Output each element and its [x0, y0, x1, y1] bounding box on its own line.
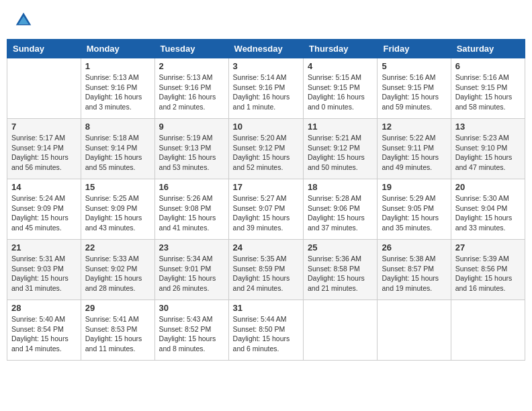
day-number: 22 [85, 242, 150, 253]
page-header [7, 7, 525, 34]
day-number: 25 [308, 242, 373, 253]
calendar-cell: 15Sunrise: 5:25 AM Sunset: 9:09 PM Dayli… [81, 179, 154, 240]
calendar-week-row: 14Sunrise: 5:24 AM Sunset: 9:09 PM Dayli… [7, 179, 525, 240]
calendar-cell: 10Sunrise: 5:20 AM Sunset: 9:12 PM Dayli… [228, 119, 303, 179]
column-header-sunday: Sunday [7, 40, 81, 58]
calendar-cell: 26Sunrise: 5:38 AM Sunset: 8:57 PM Dayli… [378, 240, 451, 300]
calendar-cell: 30Sunrise: 5:43 AM Sunset: 8:52 PM Dayli… [154, 300, 228, 361]
day-number: 13 [455, 122, 521, 132]
calendar-cell [304, 300, 378, 361]
day-info: Sunrise: 5:43 AM Sunset: 8:52 PM Dayligh… [159, 314, 224, 354]
day-info: Sunrise: 5:25 AM Sunset: 9:09 PM Dayligh… [85, 193, 150, 233]
calendar-cell: 17Sunrise: 5:27 AM Sunset: 9:07 PM Dayli… [228, 179, 303, 240]
day-number: 1 [85, 61, 150, 71]
day-number: 31 [233, 303, 299, 313]
day-number: 14 [11, 182, 77, 192]
day-info: Sunrise: 5:35 AM Sunset: 8:59 PM Dayligh… [233, 254, 299, 293]
day-info: Sunrise: 5:39 AM Sunset: 8:56 PM Dayligh… [455, 254, 521, 293]
calendar-cell: 8Sunrise: 5:18 AM Sunset: 9:14 PM Daylig… [81, 119, 154, 179]
day-info: Sunrise: 5:23 AM Sunset: 9:10 PM Dayligh… [455, 133, 521, 173]
calendar-cell: 6Sunrise: 5:16 AM Sunset: 9:15 PM Daylig… [451, 58, 525, 119]
day-info: Sunrise: 5:14 AM Sunset: 9:16 PM Dayligh… [233, 73, 299, 112]
calendar-cell: 19Sunrise: 5:29 AM Sunset: 9:05 PM Dayli… [378, 179, 451, 240]
day-number: 4 [308, 61, 373, 71]
day-info: Sunrise: 5:44 AM Sunset: 8:50 PM Dayligh… [233, 314, 299, 354]
day-info: Sunrise: 5:13 AM Sunset: 9:16 PM Dayligh… [85, 73, 150, 112]
day-number: 5 [382, 61, 446, 71]
day-info: Sunrise: 5:29 AM Sunset: 9:05 PM Dayligh… [382, 193, 446, 233]
day-number: 17 [233, 182, 299, 192]
day-info: Sunrise: 5:21 AM Sunset: 9:12 PM Dayligh… [308, 133, 373, 173]
column-header-friday: Friday [378, 40, 451, 58]
day-info: Sunrise: 5:17 AM Sunset: 9:14 PM Dayligh… [11, 133, 77, 173]
day-info: Sunrise: 5:27 AM Sunset: 9:07 PM Dayligh… [233, 193, 299, 233]
calendar-week-row: 7Sunrise: 5:17 AM Sunset: 9:14 PM Daylig… [7, 119, 525, 179]
calendar-cell: 20Sunrise: 5:30 AM Sunset: 9:04 PM Dayli… [451, 179, 525, 240]
column-header-wednesday: Wednesday [228, 40, 303, 58]
calendar-week-row: 28Sunrise: 5:40 AM Sunset: 8:54 PM Dayli… [7, 300, 525, 361]
day-info: Sunrise: 5:19 AM Sunset: 9:13 PM Dayligh… [159, 133, 224, 173]
day-number: 15 [85, 182, 150, 192]
day-info: Sunrise: 5:33 AM Sunset: 9:02 PM Dayligh… [85, 254, 150, 293]
day-number: 18 [308, 182, 373, 192]
day-number: 11 [308, 122, 373, 132]
logo-icon [13, 10, 34, 30]
day-info: Sunrise: 5:40 AM Sunset: 8:54 PM Dayligh… [11, 314, 77, 354]
day-info: Sunrise: 5:24 AM Sunset: 9:09 PM Dayligh… [11, 193, 77, 233]
calendar-cell: 22Sunrise: 5:33 AM Sunset: 9:02 PM Dayli… [81, 240, 154, 300]
day-number: 8 [85, 122, 150, 132]
day-info: Sunrise: 5:28 AM Sunset: 9:06 PM Dayligh… [308, 193, 373, 233]
calendar-cell: 31Sunrise: 5:44 AM Sunset: 8:50 PM Dayli… [228, 300, 303, 361]
day-info: Sunrise: 5:26 AM Sunset: 9:08 PM Dayligh… [159, 193, 224, 233]
calendar-cell: 21Sunrise: 5:31 AM Sunset: 9:03 PM Dayli… [7, 240, 81, 300]
day-info: Sunrise: 5:16 AM Sunset: 9:15 PM Dayligh… [382, 73, 446, 112]
calendar-cell: 29Sunrise: 5:41 AM Sunset: 8:53 PM Dayli… [81, 300, 154, 361]
day-number: 7 [11, 122, 77, 132]
calendar-cell: 2Sunrise: 5:13 AM Sunset: 9:16 PM Daylig… [154, 58, 228, 119]
day-info: Sunrise: 5:15 AM Sunset: 9:15 PM Dayligh… [308, 73, 373, 112]
calendar-cell: 28Sunrise: 5:40 AM Sunset: 8:54 PM Dayli… [7, 300, 81, 361]
calendar-cell: 24Sunrise: 5:35 AM Sunset: 8:59 PM Dayli… [228, 240, 303, 300]
day-info: Sunrise: 5:20 AM Sunset: 9:12 PM Dayligh… [233, 133, 299, 173]
day-number: 6 [455, 61, 521, 71]
calendar-cell: 14Sunrise: 5:24 AM Sunset: 9:09 PM Dayli… [7, 179, 81, 240]
day-number: 24 [233, 242, 299, 253]
day-number: 20 [455, 182, 521, 192]
day-number: 16 [159, 182, 224, 192]
day-number: 19 [382, 182, 446, 192]
calendar-cell: 11Sunrise: 5:21 AM Sunset: 9:12 PM Dayli… [304, 119, 378, 179]
calendar-header-row: SundayMondayTuesdayWednesdayThursdayFrid… [7, 40, 525, 58]
calendar-cell: 7Sunrise: 5:17 AM Sunset: 9:14 PM Daylig… [7, 119, 81, 179]
calendar-cell [7, 58, 81, 119]
calendar-cell: 27Sunrise: 5:39 AM Sunset: 8:56 PM Dayli… [451, 240, 525, 300]
day-info: Sunrise: 5:36 AM Sunset: 8:58 PM Dayligh… [308, 254, 373, 293]
calendar-cell: 18Sunrise: 5:28 AM Sunset: 9:06 PM Dayli… [304, 179, 378, 240]
calendar-cell: 12Sunrise: 5:22 AM Sunset: 9:11 PM Dayli… [378, 119, 451, 179]
calendar-cell: 16Sunrise: 5:26 AM Sunset: 9:08 PM Dayli… [154, 179, 228, 240]
calendar-cell: 4Sunrise: 5:15 AM Sunset: 9:15 PM Daylig… [304, 58, 378, 119]
calendar-cell: 25Sunrise: 5:36 AM Sunset: 8:58 PM Dayli… [304, 240, 378, 300]
day-number: 9 [159, 122, 224, 132]
day-info: Sunrise: 5:41 AM Sunset: 8:53 PM Dayligh… [85, 314, 150, 354]
day-info: Sunrise: 5:18 AM Sunset: 9:14 PM Dayligh… [85, 133, 150, 173]
day-number: 12 [382, 122, 446, 132]
calendar-week-row: 1Sunrise: 5:13 AM Sunset: 9:16 PM Daylig… [7, 58, 525, 119]
day-info: Sunrise: 5:31 AM Sunset: 9:03 PM Dayligh… [11, 254, 77, 293]
calendar-cell: 3Sunrise: 5:14 AM Sunset: 9:16 PM Daylig… [228, 58, 303, 119]
day-info: Sunrise: 5:22 AM Sunset: 9:11 PM Dayligh… [382, 133, 446, 173]
day-number: 2 [159, 61, 224, 71]
day-number: 23 [159, 242, 224, 253]
day-info: Sunrise: 5:16 AM Sunset: 9:15 PM Dayligh… [455, 73, 521, 112]
column-header-tuesday: Tuesday [154, 40, 228, 58]
calendar-week-row: 21Sunrise: 5:31 AM Sunset: 9:03 PM Dayli… [7, 240, 525, 300]
calendar-table: SundayMondayTuesdayWednesdayThursdayFrid… [7, 39, 525, 361]
logo [13, 10, 36, 30]
day-number: 26 [382, 242, 446, 253]
day-info: Sunrise: 5:38 AM Sunset: 8:57 PM Dayligh… [382, 254, 446, 293]
calendar-cell: 1Sunrise: 5:13 AM Sunset: 9:16 PM Daylig… [81, 58, 154, 119]
calendar-cell: 13Sunrise: 5:23 AM Sunset: 9:10 PM Dayli… [451, 119, 525, 179]
day-number: 30 [159, 303, 224, 313]
day-info: Sunrise: 5:34 AM Sunset: 9:01 PM Dayligh… [159, 254, 224, 293]
column-header-thursday: Thursday [304, 40, 378, 58]
calendar-cell [451, 300, 525, 361]
